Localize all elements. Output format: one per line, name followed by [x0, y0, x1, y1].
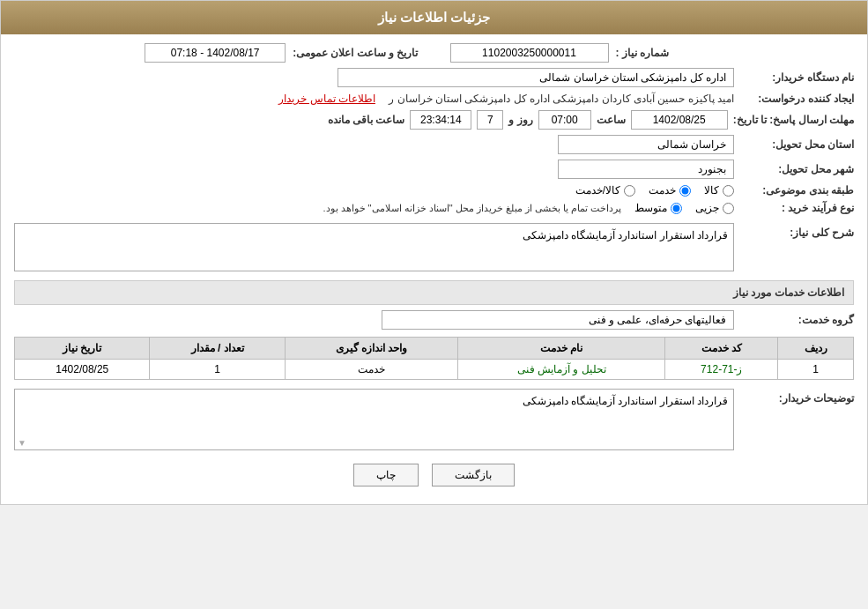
page-header: جزئیات اطلاعات نیاز	[1, 1, 867, 34]
send-time-label: ساعت	[597, 114, 626, 126]
category-radio-group: کالا خدمت کالا/خدمت	[575, 184, 734, 197]
send-time-value: 07:00	[538, 110, 591, 130]
need-number-label: شماره نیاز :	[616, 47, 670, 59]
description-label: شرح کلی نیاز:	[739, 223, 854, 239]
buyer-org-label: نام دستگاه خریدار:	[739, 71, 854, 84]
category-option-kala[interactable]: کالا	[704, 184, 734, 197]
process-type-group: جزیی متوسط پرداخت تمام یا بخشی از مبلغ خ…	[323, 202, 734, 214]
col-header-unit: واحد اندازه گیری	[285, 338, 457, 360]
need-number-value: 1102003250000011	[450, 43, 609, 63]
process-label: نوع فرآیند خرید :	[739, 202, 854, 214]
process-option-motavaset[interactable]: متوسط	[634, 202, 682, 214]
process-option-jozi[interactable]: جزیی	[695, 202, 734, 214]
category-label: طبقه بندی موضوعی:	[739, 184, 854, 197]
send-day-value: 7	[477, 110, 503, 130]
province-label: استان محل تحویل:	[739, 138, 854, 151]
col-header-date: تاریخ نیاز	[15, 338, 150, 360]
print-button[interactable]: چاپ	[353, 464, 419, 486]
category-option-kala-khedmat[interactable]: کالا/خدمت	[575, 184, 635, 197]
back-button[interactable]: بازگشت	[432, 464, 515, 486]
col-header-code: کد خدمت	[665, 338, 778, 360]
send-date-label: مهلت ارسال پاسخ: تا تاریخ:	[733, 114, 854, 126]
province-value: خراسان شمالی	[558, 135, 734, 154]
creator-contact-link[interactable]: اطلاعات تماس خریدار	[278, 93, 375, 105]
description-box: قرارداد استقرار استاندارد آزمایشگاه دامپ…	[14, 223, 734, 271]
announce-date-label: تاریخ و ساعت اعلان عمومی:	[293, 47, 418, 59]
col-header-row: ردیف	[778, 338, 854, 360]
description-value: قرارداد استقرار استاندارد آزمایشگاه دامپ…	[523, 229, 728, 241]
buyer-desc-box: قرارداد استقرار استاندارد آزمایشگاه دامپ…	[14, 389, 734, 450]
send-remaining-label: ساعت باقی مانده	[328, 114, 405, 126]
buyer-desc-label: توضیحات خریدار:	[739, 389, 854, 405]
services-section-header: اطلاعات خدمات مورد نیاز	[14, 280, 854, 305]
services-table: ردیف کد خدمت نام خدمت واحد اندازه گیری ت…	[14, 337, 854, 380]
send-day-label: روز و	[508, 114, 532, 126]
button-group: بازگشت چاپ	[14, 464, 854, 486]
resize-handle-icon: ▼	[18, 438, 26, 448]
city-value: بجنورد	[558, 160, 734, 179]
service-group-label: گروه خدمت:	[739, 314, 854, 326]
table-row: 1ز-71-712تحلیل و آزمایش فنیخدمت11402/08/…	[15, 360, 854, 380]
buyer-desc-value: قرارداد استقرار استاندارد آزمایشگاه دامپ…	[523, 395, 728, 407]
buyer-org-value: اداره کل دامپزشکی استان خراسان شمالی	[338, 68, 734, 87]
send-date-value: 1402/08/25	[631, 110, 728, 130]
service-group-value: فعالیتهای حرفه‌ای، علمی و فنی	[382, 310, 734, 330]
send-remaining-value: 23:34:14	[410, 110, 471, 130]
col-header-count: تعداد / مقدار	[150, 338, 285, 360]
col-header-name: نام خدمت	[458, 338, 665, 360]
city-label: شهر محل تحویل:	[739, 163, 854, 175]
creator-label: ایجاد کننده درخواست:	[739, 93, 854, 105]
creator-value: امید پاکیزه حسین آبادی کاردان دامپزشکی ا…	[389, 93, 734, 105]
page-title: جزئیات اطلاعات نیاز	[378, 10, 490, 25]
announce-date-value: 1402/08/17 - 07:18	[145, 43, 286, 63]
category-option-khedmat[interactable]: خدمت	[649, 184, 691, 197]
process-note: پرداخت تمام یا بخشی از مبلغ خریداز محل "…	[323, 203, 621, 214]
